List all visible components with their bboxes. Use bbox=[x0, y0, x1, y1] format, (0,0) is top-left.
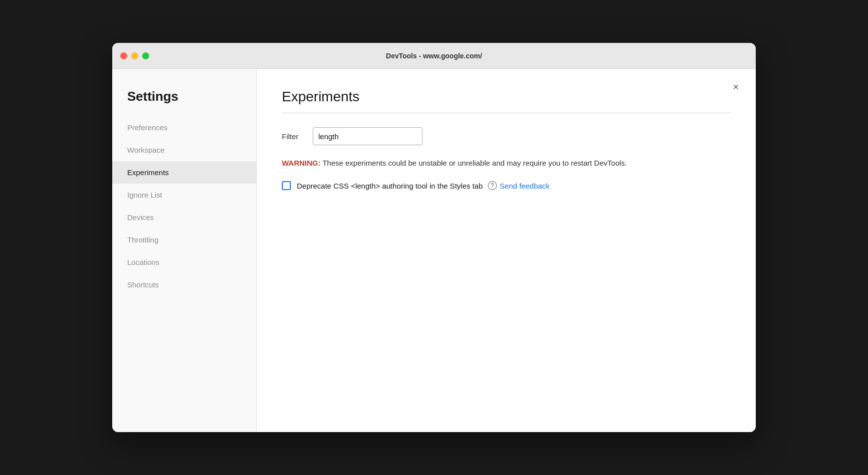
sidebar-item-throttling[interactable]: Throttling bbox=[112, 229, 256, 251]
close-button[interactable]: × bbox=[728, 79, 744, 95]
warning-label: WARNING: bbox=[282, 159, 321, 167]
sidebar-item-experiments[interactable]: Experiments bbox=[112, 161, 256, 184]
help-icon-0[interactable]: ? bbox=[488, 181, 497, 190]
experiment-item-0: Deprecate CSS <length> authoring tool in… bbox=[282, 181, 731, 190]
main-content: × Experiments Filter WARNING: These expe… bbox=[257, 69, 756, 432]
sidebar: Settings Preferences Workspace Experimen… bbox=[112, 69, 257, 432]
send-feedback-link-0[interactable]: Send feedback bbox=[500, 182, 550, 190]
sidebar-item-preferences[interactable]: Preferences bbox=[112, 116, 256, 139]
experiment-label-row-0: Deprecate CSS <length> authoring tool in… bbox=[297, 181, 550, 190]
sidebar-item-devices[interactable]: Devices bbox=[112, 206, 256, 229]
maximize-traffic-light[interactable] bbox=[142, 52, 149, 59]
window-title: DevTools - www.google.com/ bbox=[386, 52, 482, 60]
warning-body: These experiments could be unstable or u… bbox=[321, 159, 627, 167]
warning-text: WARNING: These experiments could be unst… bbox=[282, 157, 731, 169]
filter-input[interactable] bbox=[313, 127, 423, 145]
devtools-window: DevTools - www.google.com/ Settings Pref… bbox=[112, 43, 756, 432]
page-title: Experiments bbox=[282, 89, 731, 105]
close-traffic-light[interactable] bbox=[120, 52, 127, 59]
sidebar-item-workspace[interactable]: Workspace bbox=[112, 139, 256, 161]
section-divider bbox=[282, 113, 731, 113]
filter-row: Filter bbox=[282, 127, 731, 145]
sidebar-nav: Preferences Workspace Experiments Ignore… bbox=[112, 116, 256, 296]
minimize-traffic-light[interactable] bbox=[131, 52, 138, 59]
sidebar-title: Settings bbox=[112, 89, 256, 116]
titlebar: DevTools - www.google.com/ bbox=[112, 43, 756, 69]
sidebar-item-locations[interactable]: Locations bbox=[112, 251, 256, 273]
sidebar-item-shortcuts[interactable]: Shortcuts bbox=[112, 273, 256, 296]
experiment-label-0: Deprecate CSS <length> authoring tool in… bbox=[297, 182, 483, 190]
sidebar-item-ignore-list[interactable]: Ignore List bbox=[112, 184, 256, 206]
filter-label: Filter bbox=[282, 132, 305, 141]
window-body: Settings Preferences Workspace Experimen… bbox=[112, 69, 756, 432]
traffic-lights bbox=[120, 52, 149, 59]
experiment-checkbox-0[interactable] bbox=[282, 181, 291, 190]
